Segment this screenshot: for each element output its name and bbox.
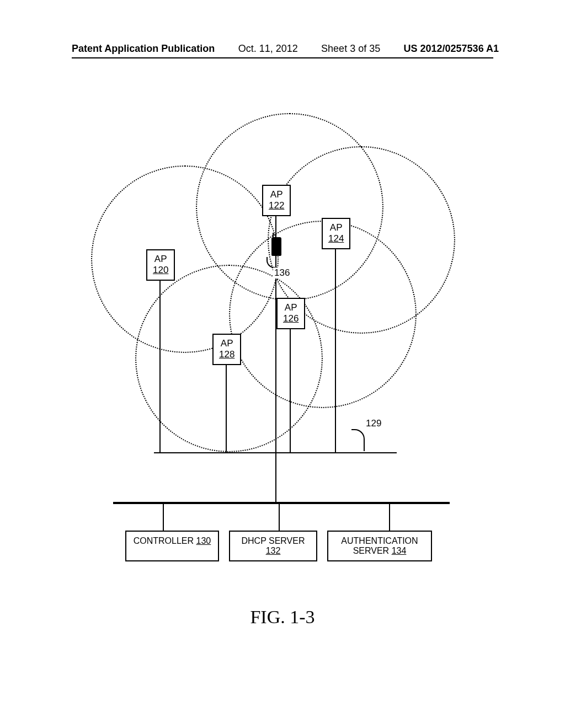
publication-date: Oct. 11, 2012: [238, 43, 298, 55]
ap-ref-126: 126: [283, 313, 299, 324]
connector-126: [290, 325, 291, 452]
drop-dhcp: [279, 504, 280, 531]
controller-label: CONTROLLER: [134, 536, 194, 545]
ap-box-122: AP 122: [262, 185, 291, 216]
connector-120: [159, 277, 161, 452]
connector-124: [335, 245, 336, 452]
dhcp-label: DHCP SERVER: [242, 536, 305, 545]
ap-ref-120: 120: [153, 265, 168, 275]
ref-label-136: 136: [273, 267, 291, 279]
drop-auth: [389, 504, 390, 531]
ap-ref-128: 128: [219, 349, 234, 360]
mobile-device-icon: [271, 237, 281, 256]
publication-type: Patent Application Publication: [72, 43, 215, 55]
publication-number: US 2012/0257536 A1: [404, 43, 499, 55]
server-row: CONTROLLER 130 DHCP SERVER 132 AUTHENTIC…: [102, 531, 455, 561]
sheet-number: Sheet 3 of 35: [321, 43, 380, 55]
drop-controller: [163, 504, 164, 531]
auth-label: AUTHENTICATION SERVER: [341, 536, 418, 555]
ap-label: AP: [330, 222, 343, 233]
auth-box: AUTHENTICATION SERVER 134: [327, 531, 432, 561]
page-header: Patent Application Publication Oct. 11, …: [0, 43, 565, 55]
figure-label: FIG. 1-3: [0, 607, 565, 628]
ap-label: AP: [285, 302, 297, 313]
ap-ref-124: 124: [328, 233, 344, 244]
network-trunk: [275, 452, 276, 502]
ap-box-124: AP 124: [322, 218, 350, 249]
ap-ref-122: 122: [269, 200, 284, 211]
connector-128: [226, 361, 227, 452]
ap-box-120: AP 120: [146, 249, 175, 281]
ref-label-129: 129: [366, 418, 381, 429]
network-diagram: AP 120 AP 122 AP 124 AP 126 AP 128 136 1…: [102, 99, 455, 518]
ap-box-128: AP 128: [212, 334, 241, 365]
ap-label: AP: [221, 338, 233, 349]
controller-ref: 130: [196, 536, 211, 545]
ap-label: AP: [270, 189, 283, 200]
controller-box: CONTROLLER 130: [125, 531, 219, 561]
ap-box-126: AP 126: [276, 298, 305, 329]
dhcp-box: DHCP SERVER 132: [229, 531, 317, 561]
dhcp-ref: 132: [266, 546, 281, 555]
auth-ref: 134: [392, 546, 407, 555]
header-rule: [72, 57, 493, 58]
ap-label: AP: [154, 254, 167, 264]
leader-line-129: [351, 429, 365, 451]
